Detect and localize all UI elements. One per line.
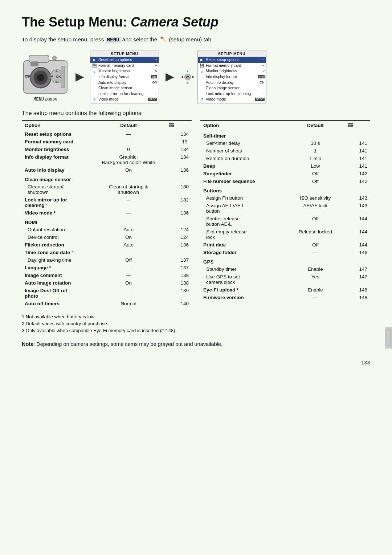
- default-cell: —: [286, 294, 344, 301]
- camera-diagram: OK ▲ ▼ ◄ ► MENU MENU button: [22, 52, 69, 102]
- page-cell: 148: [356, 294, 370, 301]
- col-header-page-right: [356, 121, 370, 130]
- page-cell: 182: [177, 196, 192, 209]
- wrench-icon: 🪓: [160, 36, 167, 43]
- option-cell: Remote on duration: [200, 155, 286, 162]
- default-cell: Off: [286, 241, 344, 249]
- svg-text:MENU: MENU: [25, 76, 30, 78]
- page-cell: 143: [356, 194, 370, 202]
- option-cell: Beep: [200, 162, 286, 170]
- page-cell: 136: [177, 241, 192, 249]
- default-cell: Off: [91, 256, 166, 264]
- default-cell: Release locked: [286, 228, 344, 241]
- svg-rect-12: [61, 66, 65, 88]
- default-cell: 10 s: [286, 139, 344, 147]
- setup-menu-box-2: SETUP MENU ▶ Reset setup options -- 💾 Fo…: [197, 50, 266, 103]
- setup-menu-row-selected: ▶ Reset setup options --: [90, 57, 159, 63]
- svg-text:◄: ◄: [50, 74, 53, 78]
- default-cell: Enable: [286, 265, 344, 273]
- table-row: Remote on duration1 min141: [200, 155, 370, 162]
- col-header-icon-right: □: [344, 121, 356, 130]
- page-cell: 134: [177, 153, 192, 166]
- option-cell: Auto off timers: [22, 300, 91, 307]
- table-row: Buttons: [200, 185, 370, 194]
- page-cell: [177, 249, 192, 256]
- page-cell: 147: [356, 273, 370, 286]
- table-row: GPS: [200, 256, 370, 265]
- svg-text:▼: ▼: [55, 80, 58, 84]
- default-cell: Enable: [286, 286, 344, 294]
- svg-point-4: [37, 74, 44, 81]
- table-row: Standby timerEnable147: [200, 265, 370, 273]
- svg-rect-22: [386, 329, 391, 346]
- page-cell: 137: [177, 256, 192, 264]
- default-cell: AE/AF lock: [286, 202, 344, 215]
- setup-menu-row-video: ? Video mode NTSC: [90, 97, 159, 102]
- setup-menu-box-1: SETUP MENU ▶ Reset setup options -- 💾 Fo…: [90, 50, 159, 103]
- default-cell: Off: [286, 170, 344, 177]
- page-cell: 141: [356, 162, 370, 170]
- setup-menu-row-format: 💾 Format memory card --: [90, 63, 159, 69]
- page-cell: 147: [356, 265, 370, 273]
- default-cell: 1: [286, 147, 344, 155]
- table-row: Info display formatGraphic;Background co…: [22, 153, 192, 166]
- default-cell: —: [91, 209, 166, 217]
- option-cell: Video mode ²: [22, 209, 91, 217]
- option-cell: Monitor brightness: [22, 146, 91, 153]
- setup-menu-mockup-1: SETUP MENU ▶ Reset setup options -- 💾 Fo…: [90, 50, 159, 103]
- default-cell: Clean at startup &shutdown: [91, 183, 166, 196]
- table-row: Clean at startup/shutdownClean at startu…: [22, 183, 192, 196]
- option-cell: Eye-Fi upload ³: [200, 286, 286, 294]
- menu-key-label: MENU: [33, 97, 44, 102]
- options-table-left: Option Default □ Reset setup options—134…: [22, 120, 192, 307]
- table-row: Auto image rotationOn138: [22, 279, 192, 287]
- default-cell: —: [91, 130, 166, 138]
- options-tables-container: Option Default □ Reset setup options—134…: [22, 120, 370, 307]
- table-row: Use GPS to setcamera clockYes147: [200, 273, 370, 286]
- menu-key: MENU: [106, 37, 121, 43]
- option-cell: Shutter-releasebutton AE-L: [200, 215, 286, 228]
- col-header-default-left: Default: [91, 121, 166, 130]
- svg-rect-5: [31, 62, 38, 66]
- setup-menu-row-info-format: Info display format Info: [90, 74, 159, 80]
- table-row: Flicker reductionAuto136: [22, 241, 192, 249]
- page-cell: 137: [177, 264, 192, 272]
- page-cell: 124: [177, 226, 192, 233]
- default-cell: [91, 249, 166, 256]
- default-cell: —: [286, 249, 344, 256]
- table-row: Storage folder—146: [200, 249, 370, 256]
- table-row: Output resolutionAuto124: [22, 226, 192, 233]
- default-cell: On: [91, 233, 166, 241]
- option-cell: Number of shots: [200, 147, 286, 155]
- option-cell: Clean at startup/shutdown: [22, 183, 91, 196]
- default-cell: 0: [91, 146, 166, 153]
- footnote: 1 Not available when battery is low.: [22, 314, 370, 319]
- page-cell: 143: [356, 202, 370, 215]
- setup-menu-row-auto-info: Auto info display ON: [90, 80, 159, 86]
- page-cell: 142: [356, 177, 370, 185]
- table-row: Assign Fn buttonISO sensitivity143: [200, 194, 370, 202]
- default-cell: Auto: [91, 226, 166, 233]
- option-cell: Slot empty releaselock: [200, 228, 286, 241]
- option-cell: Lock mirror up forcleaning ¹: [22, 196, 91, 209]
- page-cell: 134: [177, 130, 192, 138]
- col-header-default-right: Default: [286, 121, 344, 130]
- svg-rect-1: [29, 55, 49, 62]
- table-row: Language ²—137: [22, 264, 192, 272]
- option-cell: Image comment: [22, 272, 91, 279]
- page-cell: 136: [177, 209, 192, 217]
- table-row: Shutter-releasebutton AE-LOff144: [200, 215, 370, 228]
- option-cell: Auto image rotation: [22, 279, 91, 287]
- option-cell: Language ²: [22, 264, 91, 272]
- default-cell: Off: [286, 177, 344, 185]
- page-cell: 124: [177, 233, 192, 241]
- option-cell: Device control: [22, 233, 91, 241]
- page-cell: 144: [356, 228, 370, 241]
- setup-menu-title-1: SETUP MENU: [90, 51, 159, 57]
- table-row: Number of shots1141: [200, 147, 370, 155]
- default-cell: Graphic;Background color: White: [91, 153, 166, 166]
- options-table-right: Option Default □ Self-timerSelf-timer de…: [200, 120, 370, 301]
- setup-menu-row-brightness: ☼ Monitor brightness 0: [90, 68, 159, 74]
- page-cell: 146: [356, 249, 370, 256]
- table-row: Assign AE-L/AF-LbuttonAE/AF lock143: [200, 202, 370, 215]
